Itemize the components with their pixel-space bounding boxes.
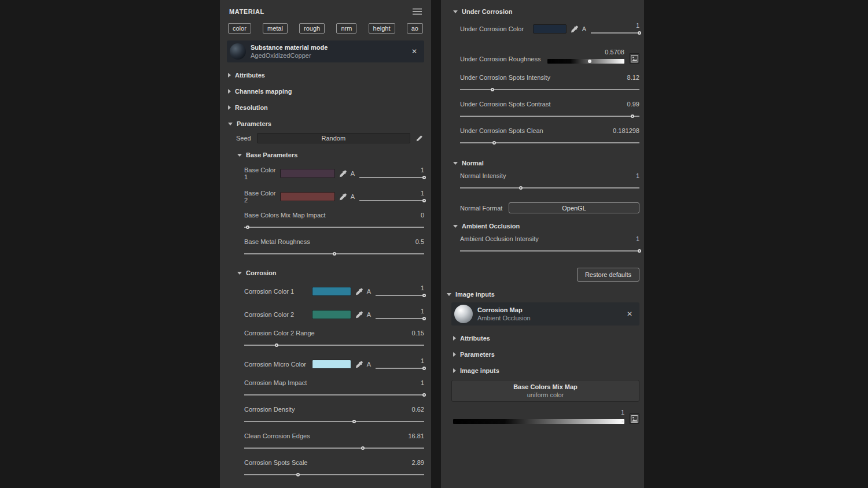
slider-track[interactable]: [244, 421, 424, 422]
param-value: 0.15: [412, 330, 424, 337]
slider-handle[interactable]: [361, 446, 365, 450]
slider-track[interactable]: [244, 448, 424, 449]
alpha-label: A: [367, 311, 371, 318]
close-icon[interactable]: ✕: [624, 309, 635, 319]
channel-ao-button[interactable]: ao: [407, 23, 423, 34]
corrosion-map-card[interactable]: Corrosion Map Ambient Occlusion ✕: [451, 302, 639, 326]
seed-field[interactable]: Random: [257, 133, 410, 143]
slider-track[interactable]: [453, 419, 624, 424]
slider-track[interactable]: [460, 89, 639, 90]
slider-handle[interactable]: [491, 88, 494, 91]
slider-handle[interactable]: [352, 420, 356, 423]
section-channels-mapping[interactable]: Channels mapping: [228, 88, 423, 95]
slider-handle[interactable]: [296, 473, 300, 476]
eyedropper-icon[interactable]: [339, 170, 347, 178]
eyedropper-icon[interactable]: [339, 193, 347, 201]
slider-handle[interactable]: [422, 199, 426, 202]
eyedropper-icon[interactable]: [355, 288, 363, 295]
slider-handle[interactable]: [631, 114, 634, 118]
slider-track[interactable]: [460, 250, 639, 252]
slider-handle[interactable]: [492, 141, 496, 145]
base-colors-mix-map-button[interactable]: Base Colors Mix Map uniform color: [451, 380, 639, 402]
slider-track[interactable]: [460, 142, 639, 143]
param-value: 16.81: [408, 432, 424, 439]
normal-format-dropdown[interactable]: OpenGL: [509, 202, 639, 213]
slider-handle[interactable]: [588, 60, 591, 63]
restore-defaults-button[interactable]: Restore defaults: [577, 268, 639, 282]
param-row-under-corrosion-roughness: Under Corrosion Roughness 0.5708: [460, 49, 639, 64]
slider-handle[interactable]: [422, 393, 426, 397]
section-ii-parameters[interactable]: Parameters: [453, 351, 638, 358]
slider-track[interactable]: [376, 318, 424, 319]
slider-handle[interactable]: [638, 31, 641, 35]
section-image-inputs[interactable]: Image inputs: [447, 291, 638, 298]
slider-handle[interactable]: [638, 249, 641, 253]
slider-track[interactable]: [547, 59, 624, 64]
section-parameters[interactable]: Parameters: [228, 120, 423, 127]
corrosion-map-title: Corrosion Map: [477, 306, 624, 313]
slider-handle[interactable]: [422, 176, 426, 179]
slider-track[interactable]: [244, 474, 424, 475]
slider-handle[interactable]: [275, 343, 278, 347]
param-value: 2.89: [412, 459, 424, 466]
section-ambient-occlusion[interactable]: Ambient Occlusion: [453, 223, 638, 230]
slider-value: 1: [421, 357, 424, 364]
slider-handle[interactable]: [519, 186, 523, 190]
mix-map-button-subtitle: uniform color: [527, 391, 564, 398]
section-under-corrosion[interactable]: Under Corrosion: [453, 8, 638, 15]
channel-height-button[interactable]: height: [369, 23, 395, 34]
slider-track[interactable]: [359, 177, 424, 178]
slider-handle[interactable]: [621, 420, 624, 423]
alpha-slider: 1: [376, 284, 424, 299]
slider-track[interactable]: [244, 227, 424, 228]
slider-handle[interactable]: [333, 252, 336, 256]
section-normal[interactable]: Normal: [453, 160, 638, 167]
slider-track[interactable]: [376, 295, 424, 296]
param-row-ao-intensity: Ambient Occlusion Intensity 1: [460, 232, 639, 258]
color-swatch[interactable]: [280, 169, 335, 178]
section-corrosion[interactable]: Corrosion: [237, 269, 423, 276]
section-ii-attributes[interactable]: Attributes: [453, 335, 638, 342]
slider-handle[interactable]: [422, 317, 426, 320]
color-swatch[interactable]: [312, 360, 351, 369]
slider-track[interactable]: [376, 368, 424, 369]
eyedropper-icon[interactable]: [355, 361, 363, 368]
image-input-button[interactable]: [629, 53, 639, 64]
section-title: Attributes: [235, 72, 265, 79]
param-label: Corrosion Density: [244, 406, 295, 413]
slider-handle[interactable]: [422, 367, 426, 370]
eyedropper-icon[interactable]: [571, 25, 578, 33]
eyedropper-icon[interactable]: [355, 311, 363, 319]
slider-track[interactable]: [244, 345, 424, 346]
slider-track[interactable]: [460, 116, 639, 117]
alpha-slider: 1: [376, 357, 424, 372]
channel-metal-button[interactable]: metal: [263, 23, 288, 34]
slider-track[interactable]: [244, 253, 424, 254]
mix-map-button-title: Base Colors Mix Map: [513, 383, 578, 390]
slider-track[interactable]: [244, 394, 424, 395]
slider-track[interactable]: [359, 200, 424, 201]
slider-handle[interactable]: [246, 225, 249, 229]
param-label: Ambient Occlusion Intensity: [460, 235, 539, 242]
channel-rough-button[interactable]: rough: [299, 23, 325, 34]
color-swatch[interactable]: [280, 192, 335, 201]
channel-color-button[interactable]: color: [228, 23, 251, 34]
slider-handle[interactable]: [422, 294, 426, 297]
section-base-parameters[interactable]: Base Parameters: [237, 151, 423, 158]
color-swatch[interactable]: [312, 310, 351, 319]
channel-nrm-button[interactable]: nrm: [336, 23, 356, 34]
slider-track[interactable]: [591, 32, 639, 34]
section-ii-image-inputs[interactable]: Image inputs: [453, 367, 638, 374]
param-label: Under Corrosion Spots Clean: [460, 127, 543, 134]
pencil-icon[interactable]: [416, 135, 423, 142]
color-swatch[interactable]: [312, 287, 351, 296]
substance-material-card[interactable]: Substance material mode AgedOxidizedCopp…: [227, 40, 424, 62]
slider-track[interactable]: [460, 187, 639, 188]
menu-icon[interactable]: [413, 8, 422, 15]
section-attributes[interactable]: Attributes: [228, 72, 423, 79]
section-resolution[interactable]: Resolution: [228, 104, 423, 111]
close-icon[interactable]: ✕: [409, 46, 420, 57]
image-input-button[interactable]: [629, 413, 639, 424]
grayscale-slider: 0.5708: [547, 49, 624, 64]
color-swatch[interactable]: [533, 24, 567, 34]
